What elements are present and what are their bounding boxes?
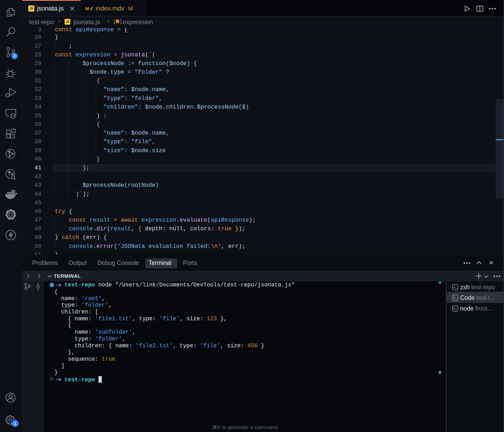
svg-text:M: M xyxy=(85,6,89,11)
